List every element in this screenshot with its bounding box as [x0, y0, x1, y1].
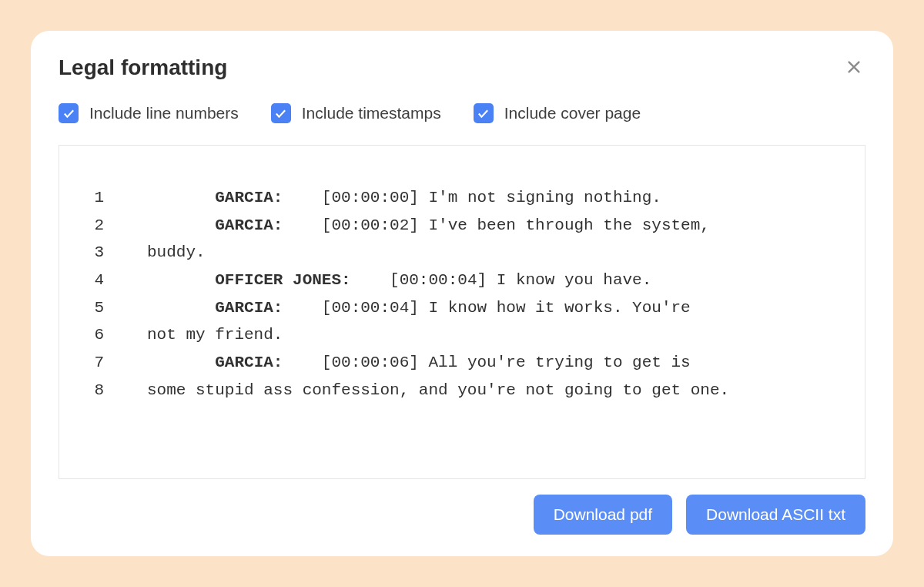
close-icon [845, 59, 862, 75]
line-number: 5 [75, 294, 104, 322]
transcript-preview: 1 GARCIA: [00:00:00] I'm not signing not… [59, 145, 865, 479]
transcript-line: 5 GARCIA: [00:00:04] I know how it works… [75, 294, 849, 322]
modal-title: Legal formatting [59, 55, 227, 80]
download-pdf-button[interactable]: Download pdf [534, 495, 672, 535]
transcript-line: 7 GARCIA: [00:00:06] All you're trying t… [75, 349, 849, 377]
line-content: some stupid ass confession, and you're n… [104, 377, 849, 404]
speaker-name: OFFICER JONES: [215, 271, 350, 289]
speaker-name: GARCIA: [215, 299, 283, 317]
line-content: OFFICER JONES: [00:00:04] I know you hav… [104, 267, 849, 294]
option-label: Include line numbers [89, 104, 239, 122]
modal-header: Legal formatting [59, 55, 865, 80]
line-number: 3 [75, 239, 104, 267]
download-ascii-txt-button[interactable]: Download ASCII txt [686, 495, 865, 535]
transcript-line: 3buddy. [75, 239, 849, 267]
line-number: 7 [75, 349, 104, 377]
options-row: Include line numbers Include timestamps … [59, 103, 865, 123]
line-content: GARCIA: [00:00:00] I'm not signing nothi… [104, 184, 849, 212]
line-content: not my friend. [104, 321, 849, 349]
option-line-numbers[interactable]: Include line numbers [59, 103, 239, 123]
line-content: GARCIA: [00:00:02] I've been through the… [104, 212, 849, 240]
check-icon [274, 107, 287, 120]
speaker-name: GARCIA: [215, 189, 283, 206]
transcript-line: 4 OFFICER JONES: [00:00:04] I know you h… [75, 267, 849, 294]
option-cover-page[interactable]: Include cover page [474, 103, 641, 123]
line-number: 2 [75, 212, 104, 240]
transcript-line: 2 GARCIA: [00:00:02] I've been through t… [75, 212, 849, 240]
speaker-name: GARCIA: [215, 216, 283, 234]
option-label: Include cover page [504, 104, 641, 122]
speaker-name: GARCIA: [215, 354, 283, 371]
line-content: buddy. [104, 239, 849, 267]
checkbox-timestamps[interactable] [271, 103, 291, 123]
option-label: Include timestamps [302, 104, 441, 122]
legal-formatting-modal: Legal formatting Include line numbers In… [31, 31, 893, 556]
transcript-line: 8some stupid ass confession, and you're … [75, 377, 849, 404]
option-timestamps[interactable]: Include timestamps [271, 103, 441, 123]
line-number: 8 [75, 377, 104, 404]
transcript-line: 6not my friend. [75, 321, 849, 349]
close-button[interactable] [842, 55, 865, 79]
line-number: 1 [75, 184, 104, 212]
check-icon [62, 107, 75, 120]
transcript-line: 1 GARCIA: [00:00:00] I'm not signing not… [75, 184, 849, 212]
line-number: 4 [75, 267, 104, 294]
checkbox-line-numbers[interactable] [59, 103, 79, 123]
checkbox-cover-page[interactable] [474, 103, 494, 123]
line-content: GARCIA: [00:00:04] I know how it works. … [104, 294, 849, 322]
check-icon [477, 107, 490, 120]
modal-footer: Download pdf Download ASCII txt [59, 495, 865, 535]
line-content: GARCIA: [00:00:06] All you're trying to … [104, 349, 849, 377]
line-number: 6 [75, 321, 104, 349]
